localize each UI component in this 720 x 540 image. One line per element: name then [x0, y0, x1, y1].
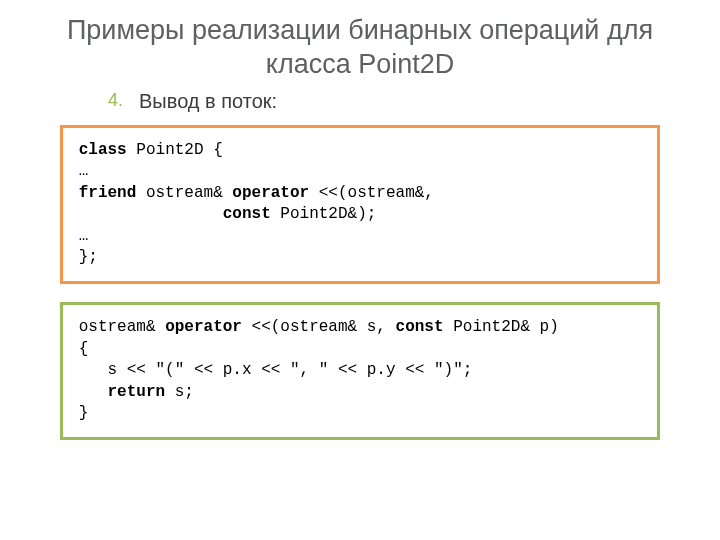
list-number: 4.: [108, 90, 123, 111]
subtitle-text: Вывод в поток:: [139, 90, 277, 113]
slide-title: Примеры реализации бинарных операций для…: [30, 14, 690, 82]
subtitle-row: 4. Вывод в поток:: [30, 90, 690, 113]
slide: Примеры реализации бинарных операций для…: [0, 0, 720, 540]
code-box-definition: ostream& operator <<(ostream& s, const P…: [60, 302, 661, 440]
code-declaration: class Point2D { … friend ostream& operat…: [79, 140, 642, 270]
code-box-declaration: class Point2D { … friend ostream& operat…: [60, 125, 661, 285]
code-definition: ostream& operator <<(ostream& s, const P…: [79, 317, 642, 425]
